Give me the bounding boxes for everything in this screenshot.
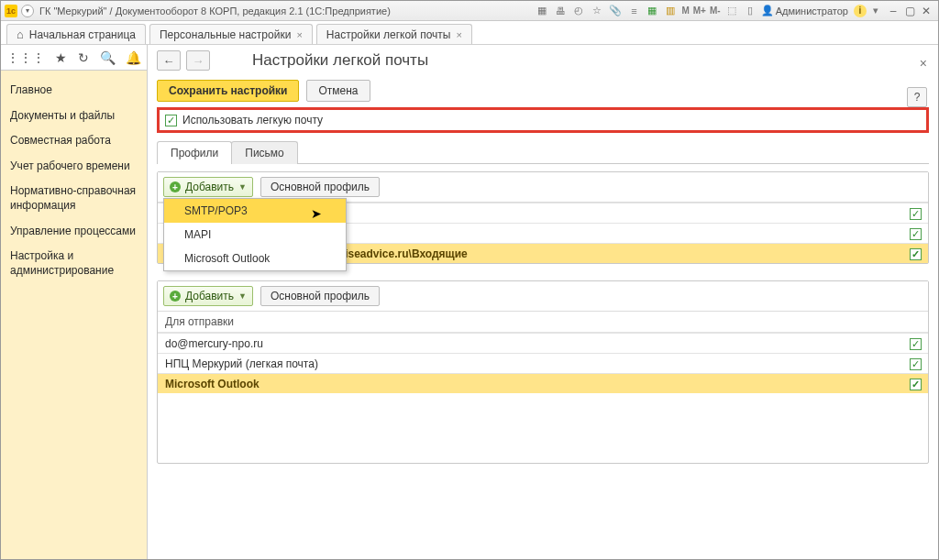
- caret-down-icon: ▼: [238, 182, 247, 192]
- table-row-selected[interactable]: Microsoft Outlook: [158, 373, 928, 393]
- use-light-mail-label: Использовать легкую почту: [182, 114, 323, 126]
- row-checkbox[interactable]: [906, 227, 924, 240]
- tab-light-mail-settings[interactable]: Настройки легкой почты ×: [316, 24, 472, 44]
- plus-icon: +: [170, 181, 181, 192]
- window-title: ГК "Меркурий" / Документооборот 8 КОРП, …: [39, 5, 391, 16]
- user-menu[interactable]: 👤 Администратор: [759, 5, 854, 16]
- maximize-button[interactable]: ▢: [901, 4, 918, 18]
- plus-icon: +: [170, 291, 181, 302]
- tab-label: Персональные настройки: [160, 28, 291, 41]
- nav-back-button[interactable]: ←: [157, 50, 181, 71]
- toolbar-icon-3[interactable]: ◴: [570, 4, 587, 18]
- main-area: × ← → Настройки легкой почты Сохранить н…: [148, 45, 938, 559]
- row-checkbox[interactable]: [906, 357, 924, 370]
- page-close-icon[interactable]: ×: [920, 56, 927, 71]
- main-profile-button[interactable]: Основной профиль: [260, 177, 380, 197]
- profiles-send-section: + Добавить ▼ Основной профиль Для отправ…: [157, 280, 929, 464]
- memory-mplus[interactable]: M+: [691, 5, 708, 16]
- add-profile-button[interactable]: + Добавить ▼: [163, 177, 253, 197]
- close-window-button[interactable]: ✕: [918, 4, 934, 18]
- toolbar-icon-box[interactable]: ⬚: [724, 4, 740, 18]
- table-row[interactable]: НПЦ Меркурий (легкая почта): [158, 353, 928, 373]
- row-label: do@mercury-npo.ru: [165, 337, 906, 350]
- dropdown-item-outlook[interactable]: Microsoft Outlook: [164, 247, 346, 270]
- tab-home[interactable]: Начальная страница: [6, 24, 146, 44]
- user-label: Администратор: [776, 5, 848, 16]
- document-tabbar: Начальная страница Персональные настройк…: [1, 21, 938, 45]
- save-button[interactable]: Сохранить настройки: [157, 80, 299, 102]
- quickbar: ⋮⋮⋮ ★ ↻ 🔍 🔔: [1, 45, 147, 71]
- subtabs: Профили Письмо: [157, 140, 929, 164]
- nav-list: Главное Документы и файлы Совместная раб…: [1, 71, 147, 559]
- toolbar-icon-4[interactable]: ☆: [589, 4, 605, 18]
- bell-icon[interactable]: 🔔: [126, 50, 141, 65]
- nav-main[interactable]: Главное: [1, 78, 147, 104]
- subtab-profiles[interactable]: Профили: [157, 141, 232, 164]
- titlebar: 1c ▾ ГК "Меркурий" / Документооборот 8 К…: [1, 1, 938, 21]
- search-icon[interactable]: 🔍: [100, 50, 116, 65]
- dropdown-item-smtp[interactable]: SMTP/POP3: [164, 199, 346, 223]
- app-logo-icon: 1c: [5, 5, 17, 17]
- add-label: Добавить: [185, 181, 234, 193]
- nav-timesheet[interactable]: Учет рабочего времени: [1, 154, 147, 180]
- memory-m[interactable]: M: [679, 5, 690, 16]
- use-light-mail-checkbox[interactable]: [165, 115, 177, 126]
- table-row[interactable]: do@mercury-npo.ru: [158, 333, 928, 353]
- add-send-profile-button[interactable]: + Добавить ▼: [163, 286, 253, 306]
- add-label: Добавить: [185, 290, 234, 302]
- calendar-icon[interactable]: ▦: [644, 4, 660, 18]
- subtab-letter[interactable]: Письмо: [231, 141, 298, 164]
- dropdown-item-mapi[interactable]: MAPI: [164, 223, 346, 247]
- row-checkbox[interactable]: [906, 247, 924, 260]
- tab-personal-settings[interactable]: Персональные настройки ×: [149, 24, 313, 44]
- row-checkbox[interactable]: [906, 378, 924, 390]
- titlebar-dropdown-icon[interactable]: ▾: [21, 5, 34, 17]
- tab-label: Настройки легкой почты: [326, 28, 451, 41]
- row-checkbox[interactable]: [906, 337, 924, 350]
- caret-down-icon: ▼: [238, 291, 247, 301]
- row-label: НПЦ Меркурий (легкая почта): [165, 357, 906, 370]
- tab-home-label: Начальная страница: [29, 28, 136, 41]
- toolbar-icon-6[interactable]: ≡: [625, 4, 642, 18]
- row-checkbox[interactable]: [906, 207, 924, 220]
- nav-collab[interactable]: Совместная работа: [1, 128, 147, 154]
- nav-admin[interactable]: Настройка и администрирование: [1, 244, 147, 283]
- row-label: Microsoft Outlook: [165, 378, 906, 390]
- grid-header: Для отправки: [158, 312, 928, 333]
- toolbar-icon-doc[interactable]: ▯: [742, 4, 758, 18]
- info-dropdown-icon[interactable]: ▾: [867, 4, 884, 18]
- nav-reference[interactable]: Нормативно-справочная информация: [1, 179, 147, 218]
- add-profile-dropdown: SMTP/POP3 ➤ MAPI Microsoft Outlook: [163, 198, 347, 271]
- toolbar-icon-5[interactable]: 📎: [607, 4, 624, 18]
- profiles-receive-section: + Добавить ▼ Основной профиль SMTP/POP3 …: [157, 171, 929, 264]
- info-icon[interactable]: i: [854, 5, 867, 17]
- page-title: Настройки легкой почты: [252, 51, 428, 70]
- tab-close-icon[interactable]: ×: [296, 29, 302, 40]
- history-icon[interactable]: ↻: [78, 50, 89, 65]
- main-send-profile-button[interactable]: Основной профиль: [260, 286, 380, 306]
- toolbar-icon-1[interactable]: ▦: [534, 4, 550, 18]
- nav-forward-button[interactable]: →: [186, 50, 210, 71]
- use-light-mail-highlight: Использовать легкую почту: [157, 107, 929, 133]
- star-icon[interactable]: ★: [55, 50, 67, 65]
- user-icon: 👤: [761, 5, 774, 16]
- nav-processes[interactable]: Управление процессами: [1, 219, 147, 245]
- calculator-icon[interactable]: ▥: [662, 4, 679, 18]
- minimize-button[interactable]: –: [885, 4, 901, 18]
- nav-documents[interactable]: Документы и файлы: [1, 104, 147, 129]
- help-button[interactable]: ?: [907, 87, 927, 107]
- apps-icon[interactable]: ⋮⋮⋮: [6, 50, 45, 65]
- cancel-button[interactable]: Отмена: [306, 80, 370, 102]
- left-column: ⋮⋮⋮ ★ ↻ 🔍 🔔 Главное Документы и файлы Со…: [1, 45, 148, 559]
- memory-mminus[interactable]: M-: [708, 5, 723, 16]
- tab-close-icon[interactable]: ×: [456, 29, 461, 40]
- print-icon[interactable]: 🖶: [552, 4, 569, 18]
